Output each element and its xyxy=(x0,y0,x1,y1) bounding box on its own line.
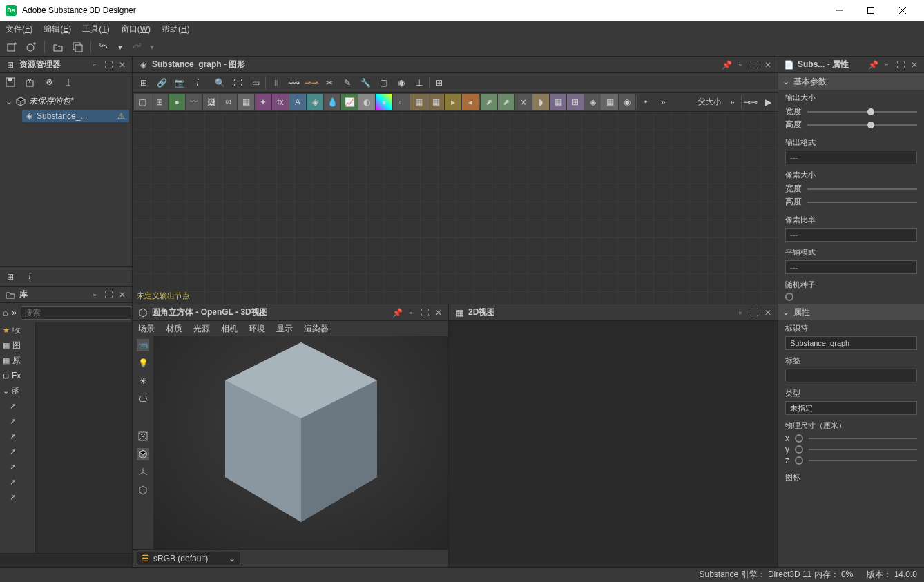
node-output[interactable]: ◂ xyxy=(462,94,479,110)
lib-cat-sub[interactable]: ↗ xyxy=(0,459,35,474)
camera-icon[interactable]: 📷 xyxy=(171,75,188,91)
node-more[interactable]: » xyxy=(655,94,671,110)
node-channels[interactable]: ⊞ xyxy=(567,94,584,110)
width-slider[interactable] xyxy=(807,111,917,113)
pixwidth-slider[interactable] xyxy=(807,188,917,190)
menu-edit[interactable]: 编辑(E) xyxy=(44,23,71,35)
lib-home-icon[interactable]: ⌂ xyxy=(3,307,8,319)
cut-icon[interactable]: ✂ xyxy=(321,75,338,91)
node-drop[interactable]: 💧 xyxy=(324,94,340,110)
panel-float-icon[interactable]: ▫ xyxy=(89,289,100,300)
tree-graph-row[interactable]: ◈ Substance_... ⚠ xyxy=(22,110,129,122)
link-icon[interactable]: 🔗 xyxy=(153,75,170,91)
wrench-icon[interactable]: 🔧 xyxy=(357,75,374,91)
monitor-tool-icon[interactable]: 🖵 xyxy=(137,393,149,405)
align-icon[interactable]: ⫴ xyxy=(267,75,284,91)
parent-size-more[interactable]: » xyxy=(724,94,740,110)
z-radio[interactable] xyxy=(795,456,803,465)
library-search-input[interactable] xyxy=(21,306,131,320)
v3-menu-camera[interactable]: 相机 xyxy=(221,323,238,335)
pin-icon[interactable]: 📌 xyxy=(392,307,403,318)
panel-float-icon[interactable]: ▫ xyxy=(405,307,416,318)
node-safe[interactable]: ◉ xyxy=(619,94,635,110)
mesh-icon[interactable] xyxy=(137,430,149,443)
export-icon[interactable] xyxy=(23,76,36,88)
node-uniform[interactable]: ● xyxy=(169,94,185,110)
height-slider[interactable] xyxy=(807,124,917,126)
lib-cat-item[interactable]: ⊞ Fx xyxy=(0,368,35,383)
hierarchy-icon[interactable]: ⊞ xyxy=(4,271,17,283)
lib-more-icon[interactable]: » xyxy=(12,307,17,319)
section-attributes[interactable]: ⌄属性 xyxy=(778,304,924,320)
pin-node-icon[interactable]: ◉ xyxy=(393,75,410,91)
zoom-icon[interactable]: 🔍 xyxy=(211,75,228,91)
section-basic[interactable]: ⌄基本参数 xyxy=(778,73,924,90)
node-circle[interactable]: ○ xyxy=(393,94,410,110)
select-icon[interactable]: ▭ xyxy=(247,75,264,91)
pixheight-slider[interactable] xyxy=(807,202,917,203)
v3-menu-material[interactable]: 材质 xyxy=(166,323,182,335)
seed-radio[interactable] xyxy=(785,293,793,301)
node-mirror[interactable]: ◗ xyxy=(532,94,549,110)
node-transform[interactable]: ◈ xyxy=(584,94,601,110)
v3-menu-renderer[interactable]: 渲染器 xyxy=(304,323,329,335)
redo-icon[interactable] xyxy=(130,41,142,53)
fit-icon[interactable]: ⛶ xyxy=(229,75,246,91)
panel-max-icon[interactable]: ⛶ xyxy=(895,59,906,70)
node-shuffle[interactable]: ⤨ xyxy=(515,94,532,110)
lib-cat-sub[interactable]: ↗ xyxy=(0,414,35,429)
y-radio[interactable] xyxy=(795,445,803,454)
panel-max-icon[interactable]: ⛶ xyxy=(749,307,760,318)
panel-close-icon[interactable]: ✕ xyxy=(909,59,920,70)
save-icon[interactable] xyxy=(4,76,17,88)
lib-cat-sub[interactable]: ↗ xyxy=(0,398,35,414)
minimize-button[interactable] xyxy=(823,0,855,21)
colorspace-combo[interactable]: ☰ sRGB (default) ⌄ xyxy=(137,552,240,565)
panel-max-icon[interactable]: ⛶ xyxy=(103,289,114,300)
node-tile[interactable]: ▦ xyxy=(410,94,427,110)
menu-window[interactable]: 窗口(W) xyxy=(121,23,151,35)
save-all-icon[interactable] xyxy=(71,41,84,53)
new-package-icon[interactable] xyxy=(25,41,37,53)
panel-close-icon[interactable]: ✕ xyxy=(762,59,773,70)
viewport-2d[interactable] xyxy=(449,321,778,567)
maximize-button[interactable] xyxy=(855,0,887,21)
pin-icon[interactable]: 📌 xyxy=(867,59,878,70)
panel-max-icon[interactable]: ⛶ xyxy=(419,307,430,318)
view-nodes-icon[interactable]: ⊞ xyxy=(135,75,152,91)
label-input[interactable] xyxy=(785,369,917,382)
v3-menu-light[interactable]: 光源 xyxy=(193,323,210,335)
lib-cat-sub[interactable]: ↗ xyxy=(0,474,35,489)
panel-close-icon[interactable]: ✕ xyxy=(117,59,128,70)
panel-max-icon[interactable]: ⛶ xyxy=(749,59,760,70)
node-dot[interactable]: • xyxy=(637,94,654,110)
panel-float-icon[interactable]: ▫ xyxy=(735,59,746,70)
flow-icon[interactable]: ⟿ xyxy=(285,75,302,91)
close-button[interactable] xyxy=(887,0,918,21)
panel-close-icon[interactable]: ✕ xyxy=(117,289,128,300)
node-gradient[interactable]: 📈 xyxy=(341,94,358,110)
node-tile2[interactable]: ▦ xyxy=(427,94,444,110)
paint-icon[interactable]: ✎ xyxy=(339,75,356,91)
panel-close-icon[interactable]: ✕ xyxy=(762,307,773,318)
pixel-ratio-value[interactable]: --- xyxy=(785,228,917,242)
node-grayscale[interactable]: ◐ xyxy=(358,94,375,110)
panel-float-icon[interactable]: ▫ xyxy=(89,59,100,70)
tiling-value[interactable]: --- xyxy=(785,260,917,274)
node-curve[interactable]: 〰 xyxy=(186,94,202,110)
panel-float-icon[interactable]: ▫ xyxy=(881,59,892,70)
node-blend[interactable]: ▦ xyxy=(550,94,566,110)
node-frame[interactable]: ▢ xyxy=(134,94,151,110)
z-slider[interactable] xyxy=(809,460,917,461)
connect-icon[interactable]: ⊸⊸ xyxy=(303,75,320,91)
node-noise[interactable]: ▦ xyxy=(238,94,254,110)
tree-package-row[interactable]: ⌄ 未保存的包* xyxy=(3,94,129,108)
node-pattern[interactable]: ◈ xyxy=(307,94,323,110)
node-bitmap[interactable]: 🖼 xyxy=(203,94,220,110)
camera-tool-icon[interactable]: 📹 xyxy=(137,339,149,351)
node-text[interactable]: A xyxy=(289,94,306,110)
node-normal[interactable]: ⬈ xyxy=(481,94,497,110)
menu-file[interactable]: 文件(F) xyxy=(6,23,32,35)
node-warp[interactable]: ▦ xyxy=(601,94,618,110)
identifier-input[interactable] xyxy=(785,336,917,350)
